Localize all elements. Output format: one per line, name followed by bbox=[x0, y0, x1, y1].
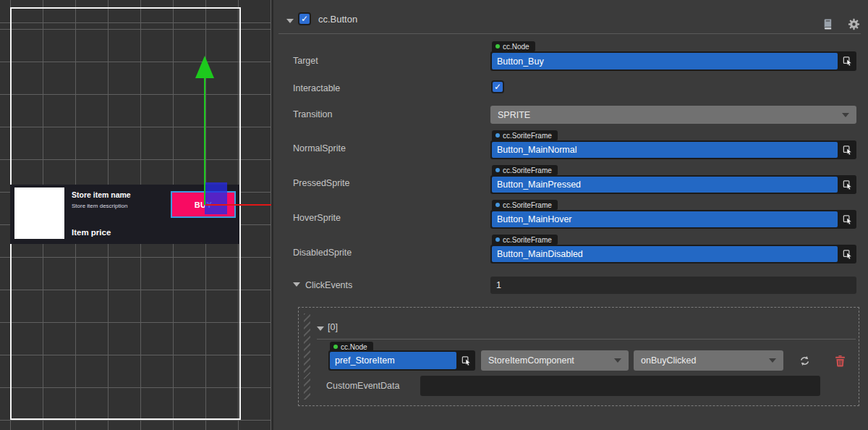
component-collapse-toggle[interactable] bbox=[286, 19, 294, 23]
asset-picker-icon[interactable] bbox=[839, 142, 855, 158]
component-title: cc.Button bbox=[318, 14, 357, 25]
transition-dropdown[interactable]: SPRITE bbox=[490, 106, 856, 124]
docs-icon[interactable] bbox=[821, 17, 834, 30]
editor-window: Store item name Store item description I… bbox=[0, 0, 868, 430]
spriteframe-type-dot-icon bbox=[495, 203, 500, 207]
store-item-name-label: Store item name bbox=[72, 190, 131, 199]
target-node-value: Button_Buy bbox=[492, 53, 838, 69]
property-label-disabledsprite: DisabledSprite bbox=[293, 248, 352, 258]
chevron-down-icon bbox=[614, 358, 621, 363]
gizmo-y-axis-line[interactable] bbox=[204, 77, 205, 205]
array-item-hatch-strip bbox=[304, 313, 310, 400]
spriteframe-type-dot-icon bbox=[495, 133, 500, 138]
customeventdata-label: CustomEventData bbox=[326, 381, 399, 391]
property-label-hoversprite: HoverSprite bbox=[293, 213, 341, 223]
node-picker-icon[interactable] bbox=[458, 352, 474, 369]
event-handler-value: onBuyClicked bbox=[641, 355, 696, 366]
refresh-icon[interactable] bbox=[796, 353, 812, 368]
pressedsprite-value: Button_MainPressed bbox=[492, 177, 838, 193]
transition-value: SPRITE bbox=[498, 110, 530, 120]
store-item-icon-placeholder bbox=[14, 187, 64, 239]
click-event-item-container: [0] cc.Node pref_StoreItem StoreItemComp… bbox=[298, 307, 859, 406]
gizmo-y-axis-arrow-icon[interactable] bbox=[195, 56, 214, 78]
inspector-panel: ✓ cc.Button Target bbox=[273, 0, 868, 430]
event-0-collapse-toggle[interactable] bbox=[317, 326, 324, 331]
chevron-down-icon bbox=[769, 358, 776, 363]
book-icon bbox=[822, 18, 834, 30]
hoversprite-value: Button_MainHover bbox=[492, 211, 838, 227]
delete-event-trash-icon[interactable] bbox=[833, 353, 847, 368]
pressedsprite-field[interactable]: Button_MainPressed bbox=[490, 175, 856, 194]
node-picker-icon[interactable] bbox=[839, 53, 855, 69]
scene-view[interactable]: Store item name Store item description I… bbox=[0, 0, 273, 430]
customeventdata-input[interactable] bbox=[420, 376, 820, 396]
event-handler-dropdown[interactable]: onBuyClicked bbox=[634, 350, 783, 371]
node-type-dot-icon bbox=[495, 44, 500, 49]
gizmo-x-axis-line[interactable] bbox=[205, 204, 271, 206]
store-item-description-label: Store item description bbox=[72, 203, 127, 209]
anchor-gizmo-rect[interactable] bbox=[205, 182, 227, 214]
property-label-normalsprite: NormalSprite bbox=[293, 143, 346, 153]
type-tag-node: cc.Node bbox=[492, 41, 535, 51]
spriteframe-type-dot-icon bbox=[495, 237, 500, 242]
event-0-index-label: [0] bbox=[328, 322, 338, 332]
component-enabled-checkbox[interactable]: ✓ bbox=[298, 12, 311, 25]
target-node-field[interactable]: Button_Buy bbox=[490, 51, 856, 71]
type-tag-spriteframe: cc.SoriteFrame bbox=[492, 200, 558, 210]
spriteframe-type-dot-icon bbox=[495, 168, 500, 172]
event-target-node-field[interactable]: pref_StoreItem bbox=[328, 350, 475, 371]
asset-picker-icon[interactable] bbox=[839, 246, 855, 262]
normalsprite-value: Button_MainNormal bbox=[492, 142, 838, 158]
disabledsprite-value: Button_MainDisabled bbox=[492, 246, 838, 262]
gear-icon[interactable] bbox=[847, 17, 860, 30]
event-component-dropdown[interactable]: StoreItemComponent bbox=[481, 350, 629, 371]
chevron-down-icon bbox=[842, 113, 849, 117]
event-target-node-value: pref_StoreItem bbox=[330, 352, 456, 369]
disabledsprite-field[interactable]: Button_MainDisabled bbox=[490, 245, 856, 264]
type-tag-spriteframe: cc.SoriteFrame bbox=[492, 165, 558, 175]
type-tag-spriteframe: cc.SoriteFrame bbox=[492, 235, 558, 245]
property-label-transition: Transition bbox=[293, 109, 332, 119]
property-label-interactable: Interactable bbox=[293, 83, 340, 93]
clickevents-count-field[interactable]: 1 bbox=[490, 277, 856, 294]
type-tag-spriteframe: cc.SoriteFrame bbox=[492, 130, 558, 140]
hoversprite-field[interactable]: Button_MainHover bbox=[490, 210, 856, 229]
node-type-dot-icon bbox=[333, 345, 338, 349]
normalsprite-field[interactable]: Button_MainNormal bbox=[490, 140, 856, 159]
property-label-clickevents: ClickEvents bbox=[305, 280, 352, 290]
header-separator bbox=[278, 33, 861, 34]
store-item-price-label: Item price bbox=[72, 228, 111, 237]
property-label-target: Target bbox=[293, 56, 318, 66]
property-label-pressedsprite: PressedSprite bbox=[293, 178, 350, 188]
asset-picker-icon[interactable] bbox=[839, 177, 855, 193]
event-0-separator bbox=[317, 339, 856, 340]
interactable-checkbox[interactable]: ✓ bbox=[491, 80, 504, 93]
clickevents-collapse-toggle[interactable] bbox=[293, 282, 300, 287]
asset-picker-icon[interactable] bbox=[839, 211, 855, 227]
event-component-value: StoreItemComponent bbox=[488, 355, 574, 366]
